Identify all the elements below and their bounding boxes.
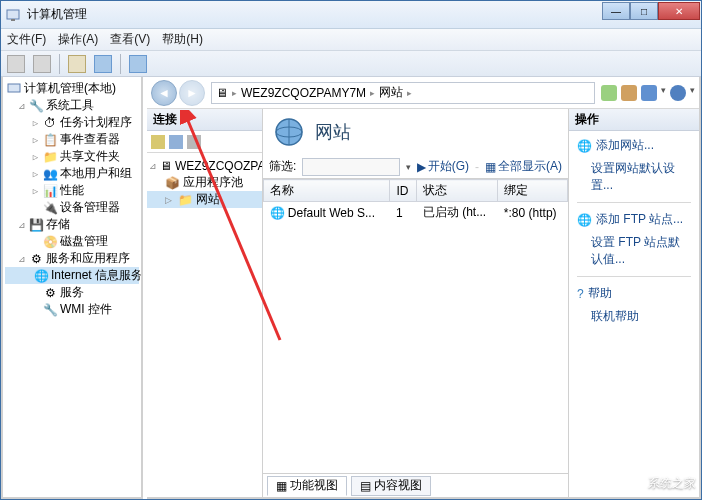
- toolbar: [1, 51, 701, 77]
- tree-local-users[interactable]: ▷👥本地用户和组: [5, 165, 139, 182]
- svg-rect-0: [7, 10, 19, 19]
- tab-content-view[interactable]: ▤内容视图: [351, 476, 431, 496]
- nav-back-button[interactable]: ◄: [151, 80, 177, 106]
- nav-forward-button[interactable]: ►: [179, 80, 205, 106]
- tree-services-apps[interactable]: ⊿⚙服务和应用程序: [5, 250, 139, 267]
- col-id[interactable]: ID: [390, 180, 417, 202]
- tree-device-manager[interactable]: 🔌设备管理器: [5, 199, 139, 216]
- menu-action[interactable]: 操作(A): [58, 31, 98, 48]
- action-add-ftp[interactable]: 添加 FTP 站点...: [596, 211, 683, 228]
- services-icon: ⚙: [29, 252, 43, 266]
- conn-tb-icon[interactable]: [187, 135, 201, 149]
- breadcrumb-sites[interactable]: 网站: [379, 84, 403, 101]
- actions-panel: 操作 🌐添加网站... 设置网站默认设置... 🌐添加 FTP 站点... 设置…: [569, 109, 699, 497]
- col-status[interactable]: 状态: [417, 180, 498, 202]
- conn-server[interactable]: ⊿🖥WEZ9ZCQOZPAMY7M: [147, 157, 262, 174]
- conn-sites[interactable]: ▷📁网站: [147, 191, 262, 208]
- help-icon[interactable]: [670, 85, 686, 101]
- showall-link[interactable]: ▦全部显示(A): [485, 158, 562, 175]
- tab-features-view[interactable]: ▦功能视图: [267, 476, 347, 496]
- bottom-tabs: ▦功能视图 ▤内容视图: [263, 473, 568, 497]
- help-toolbar-button[interactable]: [129, 55, 147, 73]
- table-row[interactable]: 🌐 Default Web S... 1 已启动 (ht... *:80 (ht…: [264, 202, 568, 224]
- left-tree-panel: 计算机管理(本地) ⊿🔧系统工具 ▷⏱任务计划程序 ▷📋事件查看器 ▷📁共享文件…: [1, 77, 143, 499]
- dropdown-icon[interactable]: ▾: [406, 162, 411, 172]
- tree-performance[interactable]: ▷📊性能: [5, 182, 139, 199]
- computer-icon: [7, 82, 21, 96]
- features-icon: ▦: [276, 479, 287, 493]
- divider: [577, 276, 691, 277]
- start-link[interactable]: ▶开始(G): [417, 158, 469, 175]
- maximize-button[interactable]: □: [630, 2, 658, 20]
- toolbar-button-1[interactable]: [68, 55, 86, 73]
- conn-tree: ⊿🖥WEZ9ZCQOZPAMY7M 📦应用程序池 ▷📁网站: [147, 153, 262, 497]
- device-icon: 🔌: [43, 201, 57, 215]
- play-icon: ▶: [417, 160, 426, 174]
- chevron-right-icon: ▸: [232, 88, 237, 98]
- watermark-icon: [620, 472, 642, 494]
- action-ftp-defaults[interactable]: 设置 FTP 站点默认值...: [577, 234, 691, 268]
- tree-task-scheduler[interactable]: ▷⏱任务计划程序: [5, 114, 139, 131]
- stop-icon[interactable]: [621, 85, 637, 101]
- wmi-icon: 🔧: [43, 303, 57, 317]
- minimize-button[interactable]: —: [602, 2, 630, 20]
- breadcrumb-actions: ▾ ▾: [601, 85, 695, 101]
- conn-tb-icon[interactable]: [151, 135, 165, 149]
- tree-disk-management[interactable]: 📀磁盘管理: [5, 233, 139, 250]
- tree-system-tools[interactable]: ⊿🔧系统工具: [5, 97, 139, 114]
- breadcrumb-path[interactable]: 🖥 ▸ WEZ9ZCQOZPAMY7M ▸ 网站 ▸: [211, 82, 595, 104]
- breadcrumb-server[interactable]: WEZ9ZCQOZPAMY7M: [241, 86, 366, 100]
- back-button[interactable]: [7, 55, 25, 73]
- main-panel: 网站 筛选: ▾ ▶开始(G) - ▦全部显示(A) 名称: [263, 109, 569, 497]
- main-header: 网站: [263, 109, 568, 155]
- add-ftp-icon: 🌐: [577, 213, 592, 227]
- action-site-defaults[interactable]: 设置网站默认设置...: [577, 160, 691, 194]
- action-help[interactable]: 帮助: [588, 285, 612, 302]
- actions-header: 操作: [569, 109, 699, 131]
- action-add-site[interactable]: 添加网站...: [596, 137, 654, 154]
- tree-event-viewer[interactable]: ▷📋事件查看器: [5, 131, 139, 148]
- menu-help[interactable]: 帮助(H): [162, 31, 203, 48]
- tree-services[interactable]: ⚙服务: [5, 284, 139, 301]
- forward-button[interactable]: [33, 55, 51, 73]
- dropdown-icon[interactable]: ▾: [661, 85, 666, 101]
- arrow-right-icon: ►: [186, 86, 198, 100]
- sites-large-icon: [273, 116, 305, 148]
- connections-header: 连接: [147, 109, 262, 131]
- sites-grid: 名称 ID 状态 绑定 🌐 Default Web S... 1 已启动 (ht…: [263, 179, 568, 473]
- dropdown-icon[interactable]: ▾: [690, 85, 695, 101]
- refresh-icon[interactable]: [601, 85, 617, 101]
- conn-tb-icon[interactable]: [169, 135, 183, 149]
- watermark: 系统之家: [620, 472, 696, 494]
- globe-icon[interactable]: [641, 85, 657, 101]
- tree-iis[interactable]: 🌐Internet 信息服务(IIS)管: [5, 267, 139, 284]
- tree-root[interactable]: 计算机管理(本地): [5, 80, 139, 97]
- chevron-right-icon: ▸: [370, 88, 375, 98]
- disk-icon: 📀: [43, 235, 57, 249]
- chevron-right-icon: ▸: [407, 88, 412, 98]
- menubar: 文件(F) 操作(A) 查看(V) 帮助(H): [1, 29, 701, 51]
- tree-storage[interactable]: ⊿💾存储: [5, 216, 139, 233]
- filter-input[interactable]: [302, 158, 399, 176]
- close-button[interactable]: ✕: [658, 2, 700, 20]
- tree-wmi[interactable]: 🔧WMI 控件: [5, 301, 139, 318]
- action-online-help[interactable]: 联机帮助: [577, 308, 691, 325]
- tools-icon: 🔧: [29, 99, 43, 113]
- col-binding[interactable]: 绑定: [498, 180, 568, 202]
- col-name[interactable]: 名称: [264, 180, 390, 202]
- window: 计算机管理 — □ ✕ 文件(F) 操作(A) 查看(V) 帮助(H) 计算机管…: [0, 0, 702, 500]
- filter-label: 筛选:: [269, 158, 296, 175]
- menu-view[interactable]: 查看(V): [110, 31, 150, 48]
- content-icon: ▤: [360, 479, 371, 493]
- connections-panel: 连接 ⊿🖥WEZ9ZCQOZPAMY7M 📦应用程序池 ▷📁网站: [147, 109, 263, 497]
- iis-icon: 🌐: [34, 269, 48, 283]
- storage-icon: 💾: [29, 218, 43, 232]
- showall-icon: ▦: [485, 160, 496, 174]
- add-site-icon: 🌐: [577, 139, 592, 153]
- conn-apppool[interactable]: 📦应用程序池: [147, 174, 262, 191]
- separator: [59, 54, 60, 74]
- server-icon: 🖥: [160, 159, 172, 173]
- tree-shared-folders[interactable]: ▷📁共享文件夹: [5, 148, 139, 165]
- menu-file[interactable]: 文件(F): [7, 31, 46, 48]
- toolbar-button-2[interactable]: [94, 55, 112, 73]
